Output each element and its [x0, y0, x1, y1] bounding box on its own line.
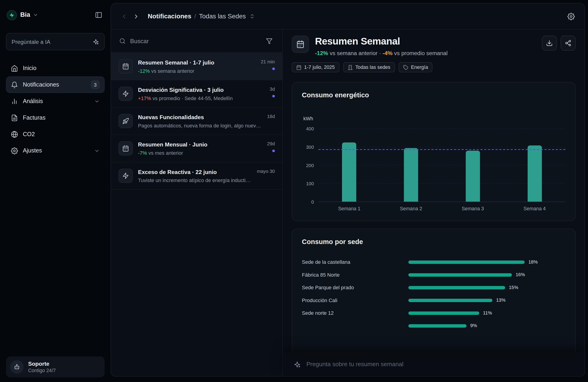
breadcrumb-section[interactable]: Notificaciones — [148, 13, 191, 20]
sidebar-item-ajustes[interactable]: Ajustes — [6, 142, 105, 159]
main-panel: Notificaciones / Todas las Sedes — [111, 3, 585, 377]
sidebar-item-co2[interactable]: CO2 — [6, 126, 105, 142]
site-selector-chevrons-icon[interactable] — [249, 13, 256, 20]
notification-item-desviacion-significativa[interactable]: Desviación Significativa · 3 julio +17% … — [111, 80, 282, 107]
sidebar: Bia Inicio Notificaciones 3 — [0, 0, 111, 382]
breadcrumb-page[interactable]: Todas las Sedes — [199, 13, 246, 20]
notifications-count-badge: 3 — [91, 80, 100, 89]
calendar-icon — [119, 141, 133, 156]
card-title: Consumo energético — [302, 91, 566, 99]
site-bar[interactable] — [408, 324, 466, 327]
notification-item-exceso-de-reactiva[interactable]: Exceso de Reactiva · 22 junio Tuviste un… — [111, 162, 282, 190]
lightning-icon — [119, 169, 133, 183]
site-row: Fábrica 85 Norte16% — [302, 268, 566, 281]
chip-date-range[interactable]: 1-7 julio, 2025 — [292, 62, 339, 72]
card-title: Consumo por sede — [302, 238, 566, 246]
x-tick-label: Semana 1 — [318, 206, 380, 211]
x-tick-label: Semana 4 — [504, 206, 566, 211]
brand-menu-chevron-icon[interactable] — [33, 12, 38, 18]
sidebar-item-label: CO2 — [23, 131, 35, 138]
site-bar[interactable] — [408, 273, 512, 276]
unread-dot — [272, 149, 275, 152]
bar-cell — [504, 129, 566, 202]
bell-icon — [11, 81, 18, 88]
notification-meta: 18d — [267, 114, 275, 129]
ask-ai-box — [6, 33, 105, 50]
ask-ai-input[interactable] — [12, 38, 90, 45]
building-icon — [348, 65, 353, 70]
bar-cell — [318, 129, 380, 202]
history-back-button[interactable] — [119, 11, 129, 21]
site-bar[interactable] — [408, 299, 492, 302]
y-tick: 200 — [306, 163, 314, 168]
breadcrumb-separator: / — [194, 13, 196, 20]
notification-items: Resumen Semanal · 1-7 julio -12% vs sema… — [111, 53, 282, 190]
bar-semana-1[interactable] — [342, 142, 357, 201]
site-row: Sede norte 1211% — [302, 307, 566, 320]
notification-item-resumen-mensual[interactable]: Resumen Mensual · Junio -7% vs mes anter… — [111, 135, 282, 162]
notification-meta: 21 min — [261, 59, 275, 74]
search-input[interactable] — [130, 38, 260, 44]
notification-title: Resumen Semanal · 1-7 julio — [138, 59, 256, 66]
energy-chart: kWh 0100200300400 Semana 1Semana 2Semana… — [302, 116, 566, 215]
bar-cell — [380, 129, 442, 202]
chevron-down-icon — [94, 148, 100, 153]
notification-time: 3d — [270, 86, 275, 92]
page-title: Resumen Semanal — [315, 36, 447, 47]
filter-funnel-icon[interactable] — [264, 36, 274, 46]
site-row: Sede de la castellana18% — [302, 256, 566, 268]
bar-cell — [442, 129, 504, 202]
detail-summary: -12% vs semana anterior · -4% vs promedi… — [315, 50, 447, 56]
site-row: 9% — [302, 319, 566, 332]
app-logo-icon — [7, 10, 17, 20]
notification-title: Nuevas Funcionalidades — [138, 114, 262, 120]
chat-input[interactable] — [306, 361, 574, 367]
sidebar-item-inicio[interactable]: Inicio — [6, 60, 105, 77]
notification-subtitle: Pagos automáticos, nueva forma de login,… — [138, 123, 262, 129]
search-row — [111, 30, 282, 53]
settings-gear-button[interactable] — [566, 11, 577, 21]
chip-sites[interactable]: Todas las sedes — [343, 62, 395, 72]
globe-icon — [11, 131, 18, 138]
topbar: Notificaciones / Todas las Sedes — [111, 3, 585, 30]
y-tick: 400 — [306, 126, 314, 132]
notification-item-resumen-semanal[interactable]: Resumen Semanal · 1-7 julio -12% vs sema… — [111, 53, 282, 80]
site-bar[interactable] — [408, 260, 525, 264]
bar-semana-2[interactable] — [404, 148, 418, 202]
notification-texts: Nuevas Funcionalidades Pagos automáticos… — [138, 114, 262, 129]
x-tick-label: Semana 2 — [380, 206, 442, 211]
download-button[interactable] — [542, 36, 557, 51]
support-card[interactable]: Soporte Contigo 24/7 — [6, 357, 105, 377]
history-forward-button[interactable] — [131, 11, 141, 21]
sidebar-item-label: Facturas — [23, 114, 45, 121]
site-value: 16% — [516, 272, 525, 277]
sidebar-item-analisis[interactable]: Análisis — [6, 93, 105, 109]
y-axis-unit: kWh — [303, 116, 566, 121]
sidebar-collapse-button[interactable] — [93, 10, 104, 20]
sidebar-item-notificaciones[interactable]: Notificaciones 3 — [6, 77, 105, 93]
site-bar[interactable] — [408, 286, 505, 289]
sidebar-item-label: Análisis — [23, 98, 43, 104]
bar-semana-4[interactable] — [527, 145, 542, 201]
site-value: 9% — [470, 323, 477, 328]
tag-icon — [403, 65, 408, 70]
notification-detail: Resumen Semanal -12% vs semana anterior … — [283, 30, 585, 376]
bar-semana-3[interactable] — [466, 151, 480, 202]
chip-energy[interactable]: Energía — [399, 62, 433, 72]
delta-vs-week: -12% — [315, 50, 328, 56]
notification-time: mayo 30 — [257, 169, 275, 174]
site-bar[interactable] — [408, 311, 479, 315]
share-button[interactable] — [561, 36, 576, 51]
site-label: Sede Parque del prado — [302, 285, 408, 290]
calendar-icon — [292, 36, 309, 53]
notification-item-nuevas-funcionalidades[interactable]: Nuevas Funcionalidades Pagos automáticos… — [111, 108, 282, 135]
chip-label: Energía — [411, 64, 428, 70]
notification-time: 21 min — [261, 59, 275, 64]
notification-subtitle: Tuviste un incremento atípico de energía… — [138, 178, 252, 183]
energy-plot — [318, 129, 566, 202]
rocket-icon — [119, 114, 133, 128]
site-label: Producción Cali — [302, 298, 408, 303]
chevron-down-icon — [94, 99, 100, 104]
y-tick: 0 — [311, 200, 314, 205]
sidebar-item-facturas[interactable]: Facturas — [6, 109, 105, 126]
